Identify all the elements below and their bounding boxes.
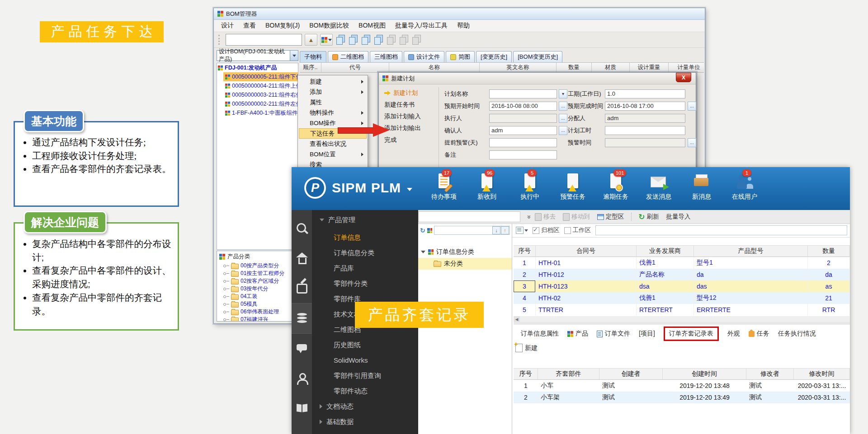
bom-menu-item[interactable]: 设计 — [221, 22, 234, 30]
field-input[interactable]: 1.0 — [605, 89, 685, 98]
category-folder[interactable]: 02按客户区域分 — [217, 277, 296, 285]
rail-item[interactable] — [292, 243, 312, 273]
kit-column-header[interactable]: 序号 — [514, 368, 538, 380]
header-action[interactable]: 新消息 — [685, 173, 718, 201]
bom-detail-tab[interactable]: 设计文件 — [404, 51, 444, 62]
field-input[interactable] — [605, 138, 685, 147]
sidebar-item[interactable]: 零部件引用查询 — [312, 368, 418, 383]
order-tree-root[interactable]: 订单信息分类 — [418, 246, 512, 258]
context-menu-item[interactable]: 属性 — [299, 97, 367, 107]
brand-row[interactable]: P SIPM PLM — [304, 177, 412, 199]
bom-view-options-button[interactable] — [320, 34, 333, 46]
header-action[interactable]: 96 新收到 — [470, 173, 504, 201]
context-menu-item[interactable]: 查看检出状况 — [299, 139, 367, 149]
orders-column-header[interactable]: 序号 — [514, 245, 536, 257]
bom-detail-tab[interactable]: [变更历史] — [476, 51, 512, 62]
order-row[interactable]: 4 HTH-02 伐善1 型号12 21 — [514, 292, 850, 304]
sidebar-item[interactable]: 产品库 — [312, 261, 418, 276]
tree-refresh-icon[interactable]: ↻ — [420, 227, 425, 233]
sidebar-item[interactable]: 订单信息分类 — [312, 245, 418, 261]
detail-tab[interactable]: 订单齐套记录表 — [664, 327, 719, 341]
bom-grid-column-header[interactable]: 名称 — [389, 63, 480, 73]
bom-locate-button[interactable]: ▲ — [305, 34, 317, 46]
rail-item[interactable] — [292, 364, 312, 393]
copy-structure-icon[interactable] — [349, 35, 358, 45]
context-menu-item[interactable]: 物料操作 — [299, 107, 367, 118]
detail-tab[interactable]: 订单信息属性 — [521, 330, 559, 338]
search-up-button[interactable]: ↑ — [501, 226, 509, 234]
rail-item[interactable] — [292, 214, 312, 243]
list-view-icon[interactable] — [516, 227, 524, 234]
kit-column-header[interactable]: 修改者 — [746, 368, 794, 380]
header-action[interactable]: 17 待办事项 — [427, 173, 461, 201]
category-tree-root[interactable]: 产品分类 — [217, 251, 296, 262]
order-tree-unclassified[interactable]: 未分类 — [418, 258, 512, 270]
category-folder[interactable]: 04工装 — [217, 293, 296, 300]
orders-column-header[interactable]: 合同号 — [536, 245, 637, 257]
bom-grid-column-header[interactable]: 计量单位 — [669, 63, 704, 73]
header-action[interactable]: 1 在线用户 — [728, 173, 761, 201]
orders-column-header[interactable]: 数量 — [808, 245, 850, 257]
sidebar-item[interactable]: SolidWorks — [312, 353, 418, 368]
sidebar-group-product-management[interactable]: 产品管理 — [312, 210, 418, 230]
bom-detail-tab[interactable]: 三维图档 — [370, 51, 402, 62]
fixed-zone-button[interactable]: 定型区 — [597, 213, 624, 221]
browse-button[interactable]: ... — [688, 138, 696, 147]
bom-tree-node[interactable]: 00050000002-211:组件左侧 — [223, 99, 298, 108]
bom-tree-node[interactable]: 1-FBF-A400-1:中面板组件 — [223, 108, 298, 117]
category-folder[interactable]: 01按主管工程师分 — [217, 270, 296, 277]
order-row[interactable]: 5 TTRTER RTERTERT ERRTERTE RTR — [514, 304, 850, 316]
context-menu-item[interactable]: 新建 — [299, 76, 367, 87]
sidebar-collapsed-group[interactable]: 文档动态 — [312, 399, 418, 414]
header-action[interactable]: 5 执行中 — [513, 173, 547, 201]
field-input[interactable] — [605, 126, 685, 135]
order-row[interactable]: 2 HTH-012 产品名称 da da — [514, 269, 850, 280]
sidebar-item[interactable]: 订单信息 — [312, 230, 418, 245]
close-icon[interactable]: X — [676, 73, 691, 82]
kit-column-header[interactable]: 创建时间 — [663, 368, 746, 380]
bom-menu-item[interactable]: BOM数据比较 — [309, 22, 349, 30]
bom-grid-column-header[interactable]: 英文名称 — [480, 63, 557, 73]
browse-button[interactable]: ... — [688, 102, 696, 111]
detail-tab[interactable]: [项目] — [639, 330, 655, 338]
chevron-down-icon[interactable] — [524, 229, 528, 232]
rail-item[interactable] — [292, 273, 312, 303]
quick-filter-input[interactable] — [595, 225, 847, 235]
category-folder[interactable]: 07福建浔兴 — [217, 316, 296, 322]
bom-menu-item[interactable]: BOM复制(J) — [265, 22, 300, 30]
bom-menu-item[interactable]: BOM视图 — [359, 22, 386, 30]
orders-column-header[interactable]: 产品型号 — [694, 245, 808, 257]
sidebar-collapsed-group[interactable]: 基础数据 — [312, 414, 418, 429]
bom-view-selector[interactable]: 设计BOM(FDJ-001:发动机产品) — [217, 50, 298, 61]
field-input[interactable] — [489, 150, 557, 159]
bom-menu-item[interactable]: 批量导入/导出工具 — [395, 22, 448, 30]
bom-menu-item[interactable]: 查看 — [243, 22, 256, 30]
paste-icon[interactable] — [361, 35, 370, 45]
refresh-button[interactable]: ↻刷新 — [638, 213, 659, 221]
workspace-checkbox[interactable] — [564, 227, 571, 234]
collapse-chevron-icon[interactable]: » — [526, 215, 533, 219]
order-row[interactable]: 3 HTH-0123 dsa das as — [514, 280, 850, 292]
bom-detail-tab[interactable]: 简图 — [446, 51, 475, 62]
orders-column-header[interactable]: 业务发展商 — [637, 245, 694, 257]
detail-tab[interactable]: 外观 — [727, 330, 740, 338]
sidebar-item[interactable]: 零部件动态 — [312, 383, 418, 399]
bom-tree-node[interactable]: 00050000004-211:组件上侧 — [223, 81, 298, 90]
horizontal-scrollbar[interactable]: ◀ — [514, 316, 850, 322]
kit-column-header[interactable]: 修改时间 — [794, 368, 850, 380]
bom-detail-tab[interactable]: 二维图档 — [328, 51, 368, 62]
dropdown-button[interactable] — [290, 51, 298, 61]
move-out-button[interactable]: 移去 — [535, 213, 556, 221]
copy-icon[interactable] — [336, 35, 345, 45]
category-folder[interactable]: 03按年代分 — [217, 285, 296, 293]
bom-grid-column-header[interactable]: 设计重量 — [630, 63, 669, 73]
batch-import-button[interactable]: 批量导入 — [666, 213, 691, 221]
bom-tree-node[interactable]: 00050000005-211:组件下侧1 — [223, 72, 298, 81]
org-icon[interactable] — [427, 228, 432, 233]
bom-tree-root[interactable]: FDJ-001:发动机产品 — [217, 63, 298, 72]
bom-grid-column-header[interactable]: 顺序.. — [300, 63, 321, 73]
bom-grid-column-header[interactable]: 代号 — [321, 63, 389, 73]
rail-item[interactable] — [292, 334, 312, 364]
bom-window-titlebar[interactable]: BOM管理器 — [214, 8, 705, 20]
header-action[interactable]: 预警任务 — [556, 173, 590, 201]
